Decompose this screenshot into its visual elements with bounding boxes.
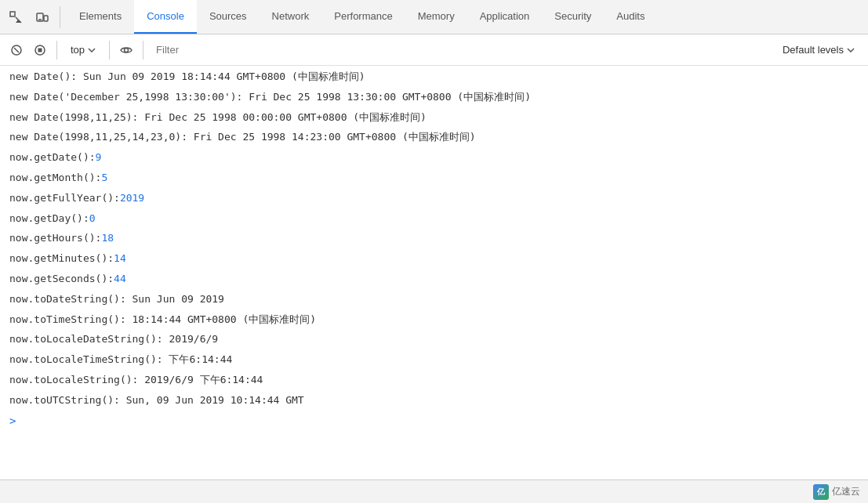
toolbar-divider-2 bbox=[109, 41, 110, 60]
tab-application[interactable]: Application bbox=[467, 0, 543, 34]
console-toolbar: top Default levels bbox=[0, 34, 868, 66]
tab-console[interactable]: Console bbox=[134, 0, 197, 34]
list-item: now.getFullYear(): 2019 bbox=[0, 189, 868, 209]
list-item: now.getSeconds(): 44 bbox=[0, 270, 868, 290]
list-item: now.getMonth(): 5 bbox=[0, 168, 868, 189]
svg-rect-2 bbox=[44, 16, 48, 21]
bottom-bar: 亿 亿速云 bbox=[0, 479, 868, 503]
prompt-symbol: > bbox=[9, 414, 16, 427]
list-item: now.toTimeString(): 18:14:44 GMT+0800 (中… bbox=[0, 310, 868, 331]
tab-performance[interactable]: Performance bbox=[321, 0, 405, 34]
toolbar-divider bbox=[56, 41, 57, 60]
brand-icon: 亿 bbox=[813, 484, 829, 500]
tab-security[interactable]: Security bbox=[542, 0, 604, 34]
tab-elements[interactable]: Elements bbox=[67, 0, 134, 34]
tab-audits[interactable]: Audits bbox=[604, 0, 657, 34]
eye-icon[interactable] bbox=[116, 40, 136, 60]
list-item: new Date(1998,11,25): Fri Dec 25 1998 00… bbox=[0, 108, 868, 128]
tab-sources[interactable]: Sources bbox=[197, 0, 260, 34]
list-item: now.getDate(): 9 bbox=[0, 148, 868, 168]
list-item: now.getMinutes(): 14 bbox=[0, 249, 868, 270]
list-item: new Date(): Sun Jun 09 2019 18:14:44 GMT… bbox=[0, 67, 868, 88]
devtools-toolbar: Elements Console Sources Network Perform… bbox=[0, 0, 868, 34]
toolbar-icons bbox=[5, 6, 60, 28]
filter-input[interactable] bbox=[150, 41, 772, 59]
stop-icon[interactable] bbox=[30, 40, 50, 60]
levels-selector[interactable]: Default levels bbox=[775, 42, 862, 58]
console-output: new Date(): Sun Jun 09 2019 18:14:44 GMT… bbox=[0, 66, 868, 503]
svg-rect-7 bbox=[38, 48, 42, 52]
tab-network[interactable]: Network bbox=[260, 0, 322, 34]
list-item: new Date(1998,11,25,14,23,0): Fri Dec 25… bbox=[0, 128, 868, 148]
tab-memory[interactable]: Memory bbox=[405, 0, 467, 34]
list-item: now.getDay(): 0 bbox=[0, 209, 868, 230]
list-item: now.toLocaleDateString(): 2019/6/9 bbox=[0, 330, 868, 350]
list-item: now.getHours(): 18 bbox=[0, 229, 868, 249]
list-item: now.toDateString(): Sun Jun 09 2019 bbox=[0, 290, 868, 310]
console-prompt-line[interactable]: > bbox=[0, 411, 868, 430]
clear-console-button[interactable] bbox=[6, 40, 27, 60]
list-item: new Date('December 25,1998 13:30:00'): F… bbox=[0, 88, 868, 108]
device-icon[interactable] bbox=[31, 6, 53, 28]
list-item: now.toLocaleTimeString(): 下午6:14:44 bbox=[0, 350, 868, 371]
context-selector[interactable]: top bbox=[64, 42, 103, 58]
list-item: now.toUTCString(): Sun, 09 Jun 2019 10:1… bbox=[0, 391, 868, 411]
console-input[interactable] bbox=[22, 414, 859, 426]
svg-line-5 bbox=[14, 48, 19, 52]
toolbar-divider-3 bbox=[143, 41, 143, 60]
devtools-tabs: Elements Console Sources Network Perform… bbox=[67, 0, 657, 34]
svg-rect-0 bbox=[10, 12, 15, 16]
inspect-icon[interactable] bbox=[5, 6, 27, 28]
list-item: now.toLocaleString(): 2019/6/9 下午6:14:44 bbox=[0, 371, 868, 391]
brand-logo: 亿 亿速云 bbox=[813, 484, 860, 500]
svg-point-8 bbox=[125, 48, 129, 52]
